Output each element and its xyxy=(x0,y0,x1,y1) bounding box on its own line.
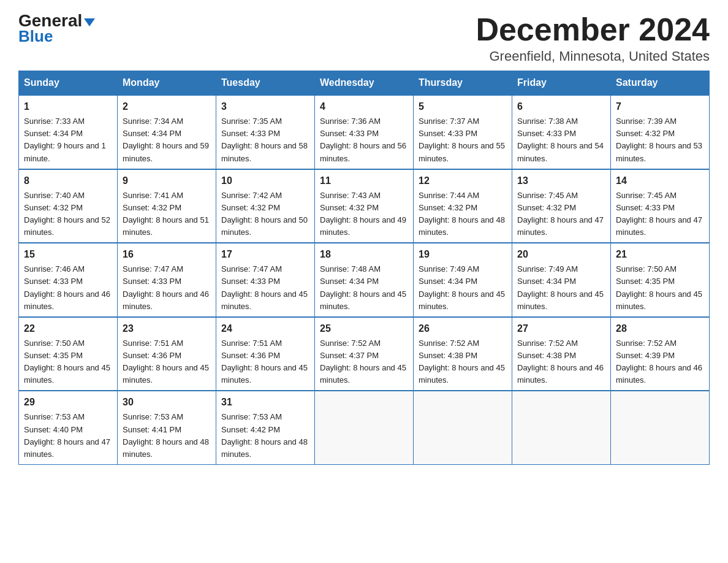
day-number: 26 xyxy=(419,321,507,336)
calendar-day-cell xyxy=(315,391,414,464)
calendar-day-cell: 6Sunrise: 7:38 AMSunset: 4:33 PMDaylight… xyxy=(512,95,611,169)
calendar-day-cell xyxy=(611,391,710,464)
day-info: Sunrise: 7:45 AMSunset: 4:33 PMDaylight:… xyxy=(616,190,704,239)
calendar-day-cell: 22Sunrise: 7:50 AMSunset: 4:35 PMDayligh… xyxy=(19,317,118,391)
day-number: 24 xyxy=(221,321,309,336)
calendar-day-cell: 7Sunrise: 7:39 AMSunset: 4:32 PMDaylight… xyxy=(611,95,710,169)
calendar-day-cell: 16Sunrise: 7:47 AMSunset: 4:33 PMDayligh… xyxy=(118,243,216,317)
day-number: 18 xyxy=(320,247,408,262)
day-info: Sunrise: 7:52 AMSunset: 4:39 PMDaylight:… xyxy=(616,337,704,387)
day-info: Sunrise: 7:47 AMSunset: 4:33 PMDaylight:… xyxy=(123,263,211,313)
day-number: 12 xyxy=(419,174,507,188)
day-info: Sunrise: 7:53 AMSunset: 4:40 PMDaylight:… xyxy=(24,411,112,461)
calendar-day-cell: 19Sunrise: 7:49 AMSunset: 4:34 PMDayligh… xyxy=(414,243,512,317)
calendar-week-row: 29Sunrise: 7:53 AMSunset: 4:40 PMDayligh… xyxy=(19,391,710,464)
calendar-week-row: 8Sunrise: 7:40 AMSunset: 4:32 PMDaylight… xyxy=(19,169,710,243)
calendar-day-cell: 20Sunrise: 7:49 AMSunset: 4:34 PMDayligh… xyxy=(512,243,611,317)
day-number: 13 xyxy=(517,174,605,188)
calendar-day-cell: 31Sunrise: 7:53 AMSunset: 4:42 PMDayligh… xyxy=(216,391,315,464)
calendar-day-cell: 5Sunrise: 7:37 AMSunset: 4:33 PMDaylight… xyxy=(414,95,512,169)
day-number: 17 xyxy=(221,247,309,262)
day-info: Sunrise: 7:51 AMSunset: 4:36 PMDaylight:… xyxy=(123,337,211,387)
calendar-day-cell: 27Sunrise: 7:52 AMSunset: 4:38 PMDayligh… xyxy=(512,317,611,391)
calendar-day-cell: 18Sunrise: 7:48 AMSunset: 4:34 PMDayligh… xyxy=(315,243,414,317)
location-subtitle: Greenfield, Minnesota, United States xyxy=(476,48,710,64)
day-number: 25 xyxy=(320,321,408,336)
day-number: 5 xyxy=(419,99,507,114)
day-number: 31 xyxy=(221,395,309,410)
day-info: Sunrise: 7:52 AMSunset: 4:38 PMDaylight:… xyxy=(419,337,507,387)
day-number: 9 xyxy=(123,174,211,188)
calendar-day-cell: 8Sunrise: 7:40 AMSunset: 4:32 PMDaylight… xyxy=(19,169,118,243)
page-header: General Blue December 2024 Greenfield, M… xyxy=(18,12,710,64)
calendar-day-cell: 29Sunrise: 7:53 AMSunset: 4:40 PMDayligh… xyxy=(19,391,118,464)
calendar-day-cell: 12Sunrise: 7:44 AMSunset: 4:32 PMDayligh… xyxy=(414,169,512,243)
day-info: Sunrise: 7:49 AMSunset: 4:34 PMDaylight:… xyxy=(419,263,507,313)
calendar-day-cell: 11Sunrise: 7:43 AMSunset: 4:32 PMDayligh… xyxy=(315,169,414,243)
day-info: Sunrise: 7:51 AMSunset: 4:36 PMDaylight:… xyxy=(221,337,309,387)
calendar-day-cell: 17Sunrise: 7:47 AMSunset: 4:33 PMDayligh… xyxy=(216,243,315,317)
month-year-title: December 2024 xyxy=(476,12,710,47)
day-number: 16 xyxy=(123,247,211,262)
day-number: 3 xyxy=(221,99,309,114)
calendar-day-cell: 26Sunrise: 7:52 AMSunset: 4:38 PMDayligh… xyxy=(414,317,512,391)
day-info: Sunrise: 7:45 AMSunset: 4:32 PMDaylight:… xyxy=(517,190,605,239)
day-number: 4 xyxy=(320,99,408,114)
calendar-day-cell: 10Sunrise: 7:42 AMSunset: 4:32 PMDayligh… xyxy=(216,169,315,243)
day-number: 27 xyxy=(517,321,605,336)
day-info: Sunrise: 7:37 AMSunset: 4:33 PMDaylight:… xyxy=(419,115,507,165)
day-number: 6 xyxy=(517,99,605,114)
day-number: 10 xyxy=(221,174,309,188)
day-info: Sunrise: 7:33 AMSunset: 4:34 PMDaylight:… xyxy=(24,115,112,165)
calendar-day-cell xyxy=(512,391,611,464)
calendar-day-cell: 13Sunrise: 7:45 AMSunset: 4:32 PMDayligh… xyxy=(512,169,611,243)
day-info: Sunrise: 7:52 AMSunset: 4:38 PMDaylight:… xyxy=(517,337,605,387)
day-info: Sunrise: 7:53 AMSunset: 4:42 PMDaylight:… xyxy=(221,411,309,461)
day-number: 19 xyxy=(419,247,507,262)
day-info: Sunrise: 7:47 AMSunset: 4:33 PMDaylight:… xyxy=(221,263,309,313)
header-wednesday: Wednesday xyxy=(315,71,414,96)
logo-blue: Blue xyxy=(18,27,53,46)
calendar-day-cell: 3Sunrise: 7:35 AMSunset: 4:33 PMDaylight… xyxy=(216,95,315,169)
calendar-day-cell: 4Sunrise: 7:36 AMSunset: 4:33 PMDaylight… xyxy=(315,95,414,169)
day-number: 21 xyxy=(616,247,704,262)
header-tuesday: Tuesday xyxy=(216,71,315,96)
calendar-day-cell: 23Sunrise: 7:51 AMSunset: 4:36 PMDayligh… xyxy=(118,317,216,391)
calendar-week-row: 22Sunrise: 7:50 AMSunset: 4:35 PMDayligh… xyxy=(19,317,710,391)
header-monday: Monday xyxy=(118,71,216,96)
day-number: 30 xyxy=(123,395,211,410)
day-number: 7 xyxy=(616,99,704,114)
day-info: Sunrise: 7:50 AMSunset: 4:35 PMDaylight:… xyxy=(616,263,704,313)
day-number: 28 xyxy=(616,321,704,336)
day-info: Sunrise: 7:52 AMSunset: 4:37 PMDaylight:… xyxy=(320,337,408,387)
day-info: Sunrise: 7:43 AMSunset: 4:32 PMDaylight:… xyxy=(320,190,408,239)
day-info: Sunrise: 7:53 AMSunset: 4:41 PMDaylight:… xyxy=(123,411,211,461)
header-friday: Friday xyxy=(512,71,611,96)
header-thursday: Thursday xyxy=(414,71,512,96)
logo: General Blue xyxy=(18,12,95,46)
calendar-day-cell: 30Sunrise: 7:53 AMSunset: 4:41 PMDayligh… xyxy=(118,391,216,464)
header-saturday: Saturday xyxy=(611,71,710,96)
calendar-day-cell: 24Sunrise: 7:51 AMSunset: 4:36 PMDayligh… xyxy=(216,317,315,391)
day-info: Sunrise: 7:50 AMSunset: 4:35 PMDaylight:… xyxy=(24,337,112,387)
day-info: Sunrise: 7:49 AMSunset: 4:34 PMDaylight:… xyxy=(517,263,605,313)
day-info: Sunrise: 7:44 AMSunset: 4:32 PMDaylight:… xyxy=(419,190,507,239)
day-number: 8 xyxy=(24,174,112,188)
day-info: Sunrise: 7:42 AMSunset: 4:32 PMDaylight:… xyxy=(221,190,309,239)
calendar-week-row: 15Sunrise: 7:46 AMSunset: 4:33 PMDayligh… xyxy=(19,243,710,317)
day-number: 14 xyxy=(616,174,704,188)
day-info: Sunrise: 7:40 AMSunset: 4:32 PMDaylight:… xyxy=(24,190,112,239)
header-sunday: Sunday xyxy=(19,71,118,96)
day-number: 20 xyxy=(517,247,605,262)
calendar-day-cell: 25Sunrise: 7:52 AMSunset: 4:37 PMDayligh… xyxy=(315,317,414,391)
day-number: 15 xyxy=(24,247,112,262)
calendar-day-cell: 2Sunrise: 7:34 AMSunset: 4:34 PMDaylight… xyxy=(118,95,216,169)
logo-triangle-icon xyxy=(84,18,95,26)
day-number: 1 xyxy=(24,99,112,114)
day-info: Sunrise: 7:36 AMSunset: 4:33 PMDaylight:… xyxy=(320,115,408,165)
calendar-day-cell: 28Sunrise: 7:52 AMSunset: 4:39 PMDayligh… xyxy=(611,317,710,391)
calendar-day-cell xyxy=(414,391,512,464)
calendar-day-cell: 15Sunrise: 7:46 AMSunset: 4:33 PMDayligh… xyxy=(19,243,118,317)
calendar-week-row: 1Sunrise: 7:33 AMSunset: 4:34 PMDaylight… xyxy=(19,95,710,169)
day-number: 22 xyxy=(24,321,112,336)
